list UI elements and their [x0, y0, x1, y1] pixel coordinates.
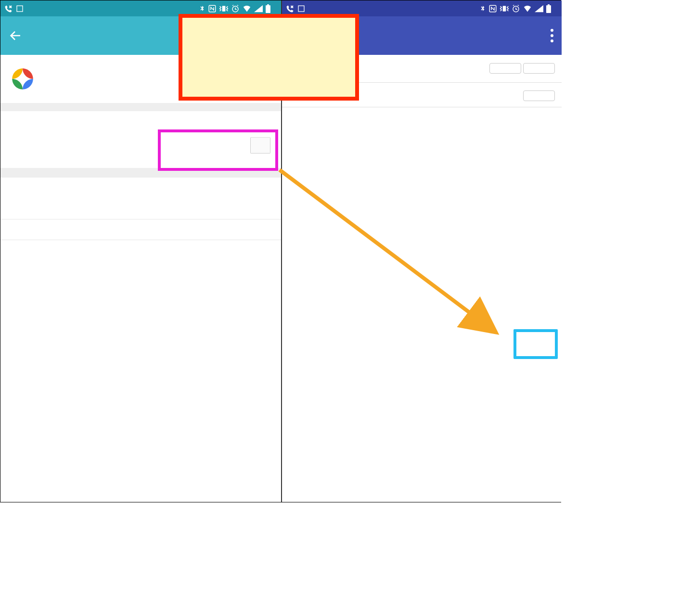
status-left-icons: [4, 4, 24, 13]
overflow-menu-icon[interactable]: [550, 29, 554, 42]
status-left-icons: [286, 4, 305, 13]
status-right-icons: [199, 4, 276, 13]
battery-icon: [546, 4, 552, 13]
svg-rect-4: [266, 5, 270, 13]
back-arrow-icon[interactable]: [8, 28, 23, 43]
signal-icon: [254, 5, 263, 13]
clear-button[interactable]: [489, 63, 521, 74]
status-right-icons: [479, 4, 557, 13]
bluetooth-icon: [479, 4, 486, 13]
svg-rect-8: [503, 6, 506, 12]
tutorial-composite: [0, 0, 561, 502]
example-callout: [179, 14, 359, 101]
nfc-icon: [208, 4, 217, 13]
google-photos-icon: [10, 66, 35, 91]
category-row-music-partial: [282, 107, 562, 121]
wifi-calling-icon: [4, 4, 13, 13]
svg-rect-10: [546, 5, 551, 13]
svg-rect-11: [548, 4, 550, 5]
default-text: [0, 111, 281, 124]
wifi-icon: [523, 5, 532, 13]
vibrate-icon: [500, 5, 509, 13]
clear-defaults-container: [0, 124, 281, 168]
screenshot-icon: [297, 5, 305, 13]
screenshot-icon: [16, 5, 24, 13]
wifi-icon: [242, 5, 252, 13]
vibrate-icon: [219, 5, 229, 13]
battery-icon: [265, 4, 271, 13]
app-links-description: [0, 178, 281, 199]
signal-icon: [535, 5, 543, 13]
go-to-supported-urls[interactable]: [0, 199, 281, 219]
alarm-icon: [512, 4, 520, 13]
reset-button[interactable]: [523, 90, 555, 101]
svg-rect-6: [298, 6, 304, 12]
app-manager-list: [282, 55, 562, 502]
svg-rect-2: [222, 6, 226, 12]
svg-rect-0: [17, 6, 23, 12]
wifi-calling-icon: [286, 4, 295, 13]
bluetooth-icon: [199, 4, 205, 13]
cyan-highlight: [513, 329, 558, 359]
divider: [0, 103, 281, 111]
open-button[interactable]: [523, 63, 555, 74]
svg-rect-5: [267, 4, 269, 5]
supported-web-addresses[interactable]: [0, 219, 281, 240]
magenta-highlight: [158, 129, 278, 171]
alarm-icon: [231, 4, 240, 13]
nfc-icon: [488, 4, 497, 13]
